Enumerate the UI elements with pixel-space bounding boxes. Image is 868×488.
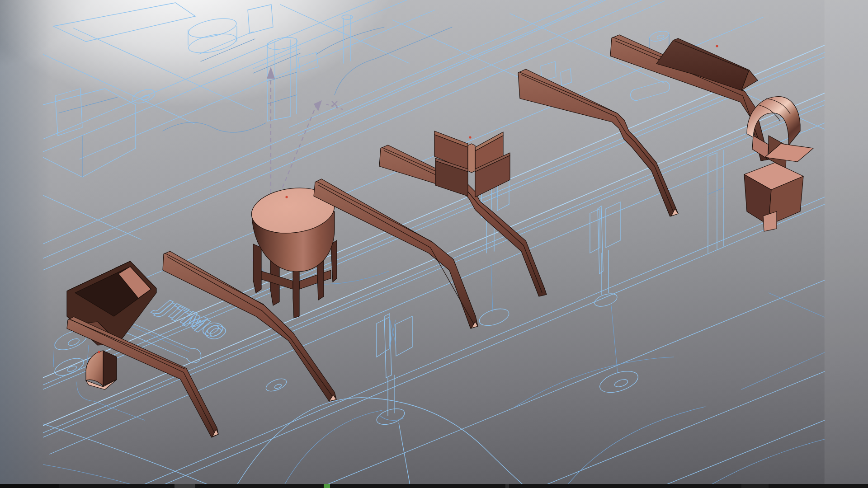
axis-x-glyph xyxy=(332,101,337,107)
axis-up-arrowhead xyxy=(267,67,275,79)
viewport-canvas: JTMO JTMO xyxy=(0,0,868,488)
point-marker xyxy=(716,45,718,47)
finned-cylinder-electrode[interactable] xyxy=(249,183,337,318)
point-marker xyxy=(98,351,100,353)
taskbar-sliver[interactable] xyxy=(0,484,868,488)
rib-strap-electrode-5[interactable] xyxy=(518,69,678,216)
taskbar-segment xyxy=(175,484,195,488)
axis-tick-marks xyxy=(326,104,343,109)
point-marker xyxy=(469,136,471,138)
taskbar-accent-segment xyxy=(324,484,330,488)
viewport-right-margin xyxy=(825,0,868,488)
axis-diagonal-arrowhead xyxy=(314,100,322,111)
taskbar-segment xyxy=(0,484,59,488)
cad-viewport[interactable]: JTMO JTMO xyxy=(0,0,868,488)
hopper-box-electrode[interactable] xyxy=(744,163,803,231)
cross-fin-electrode[interactable] xyxy=(434,131,510,197)
corner-wedge-electrode[interactable] xyxy=(86,351,117,389)
taskbar-segment xyxy=(741,484,769,488)
point-marker xyxy=(285,196,288,198)
taskbar-segment xyxy=(505,484,509,488)
